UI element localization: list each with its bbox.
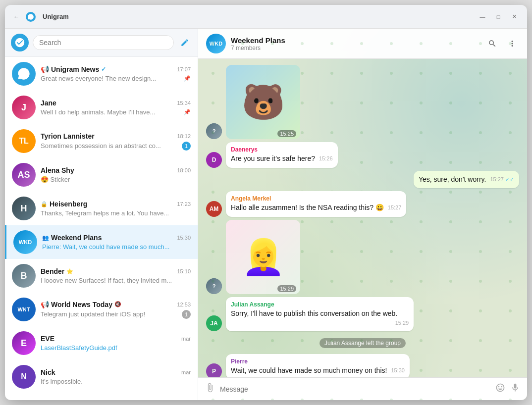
titlebar-left: ← Unigram [13, 12, 69, 22]
msg-avatar-angela: AM [206, 201, 222, 217]
sender-daenerys: Daenerys [231, 146, 333, 153]
chat-info-bender: Bender ⭐ 15:10 I looove new Surfaces! If… [41, 267, 191, 284]
search-bar [5, 29, 198, 57]
chat-info-weekend: 👥 Weekend Plans 15:30 Pierre: Wait, we c… [42, 234, 191, 251]
close-button[interactable]: ✕ [509, 12, 519, 22]
more-options-button[interactable] [505, 37, 519, 51]
chat-header-actions [485, 37, 519, 51]
time-pierre: 15:30 [391, 367, 405, 374]
pin-icon-jane: 📌 [184, 109, 191, 115]
messages-area: ? 🐻 15:25 D Daenerys Are you sure it's s… [198, 59, 527, 377]
compose-button[interactable] [178, 36, 192, 50]
message-row-angela: AM Angela Merkel Hallo alle zusammen! Is… [206, 191, 519, 217]
sender-angela: Angela Merkel [231, 195, 401, 202]
message-input-area [198, 377, 527, 400]
group-icon: 👥 [42, 235, 49, 241]
megaphone-icon: 📢 [41, 65, 49, 73]
system-text: Julian Assange left the group [319, 338, 406, 348]
chat-item-heisenberg[interactable]: H 🔒 Heisenberg 17:23 Thanks, Telegram he… [5, 192, 198, 225]
user-avatar[interactable] [11, 34, 29, 51]
chat-info-tyrion: Tyrion Lannister 18:12 Sometimes possess… [41, 132, 191, 151]
chat-header-members: 7 members [231, 45, 480, 51]
chat-item-world-news[interactable]: WNT 📢 World News Today 🔇 12:53 [5, 293, 198, 326]
chat-item-nick[interactable]: N Nick mar It's impossible. [5, 360, 198, 394]
sender-julian: Julian Assange [231, 301, 409, 308]
sticker-girl-img: 👱‍♀️ [226, 220, 300, 294]
chat-avatar-weekend: WKD [13, 230, 37, 254]
chat-avatar-tyrion: TL [12, 129, 36, 153]
chat-header-name: Weekend Plans [231, 36, 480, 45]
chat-item-jane[interactable]: J Jane 15:34 Well I do help animals. May… [5, 91, 198, 124]
megaphone-icon-wnt: 📢 [41, 301, 49, 308]
chat-info-alena: Alena Shy 18:00 😍 Sticker [41, 166, 191, 183]
bubble-julian: Julian Assange Sorry, I'll have to publi… [226, 297, 414, 331]
time-julian: 15:29 [395, 319, 409, 327]
message-row-sticker-girl: ? 👱‍♀️ 15:29 [206, 220, 519, 294]
time-daenerys: 15:26 [319, 155, 333, 162]
text-angela: Hallo alle zusammen! Is the NSA reading … [231, 203, 401, 213]
chat-info-nick: Nick mar It's impossible. [41, 368, 191, 385]
sticker-bear-bubble: 🐻 15:25 [226, 65, 300, 139]
lock-icon: 🔒 [41, 201, 48, 207]
speaker-icon: 🔇 [114, 301, 121, 307]
chat-avatar-alena: AS [12, 163, 36, 187]
search-chat-button[interactable] [485, 37, 499, 51]
chat-item-unigram-news[interactable]: 📢 Unigram News ✓ 17:07 Great news everyo… [5, 57, 198, 91]
chat-avatar-bender: B [12, 264, 36, 288]
chat-avatar-nick: N [12, 365, 36, 389]
sticker-bear-img: 🐻 [226, 65, 300, 139]
time-outgoing: 15:27 ✓✓ [490, 176, 514, 183]
text-pierre: Wait, we could have made so much money o… [231, 366, 405, 376]
text-outgoing: Yes, sure, don't worry. 15:27 ✓✓ [419, 175, 514, 185]
msg-avatar-girl: ? [206, 278, 222, 294]
chat-avatar-jane: J [12, 96, 36, 119]
chat-header: WKD Weekend Plans 7 members [198, 29, 527, 59]
sticker-bear-time: 15:25 [277, 130, 296, 137]
back-button[interactable]: ← [13, 13, 20, 20]
unread-badge-tyrion: 1 [182, 142, 191, 151]
chat-item-eve[interactable]: E EVE mar LaserBlastSafetyGuide.pdf [5, 326, 198, 360]
chat-info-jane: Jane 15:34 Well I do help animals. Maybe… [41, 99, 191, 116]
chat-avatar-unigram [12, 62, 36, 86]
time-angela: 15:27 [388, 204, 402, 211]
chat-header-avatar[interactable]: WKD [206, 34, 226, 53]
emoji-button[interactable] [495, 383, 505, 395]
chat-list: 📢 Unigram News ✓ 17:07 Great news everyo… [5, 57, 198, 400]
message-row-daenerys: D Daenerys Are you sure it's safe here? … [206, 142, 519, 168]
system-message-left: Julian Assange left the group [206, 338, 519, 347]
attach-button[interactable] [205, 383, 215, 395]
star-icon: ⭐ [66, 268, 73, 275]
search-input[interactable] [39, 39, 167, 47]
sticker-girl-time: 15:29 [277, 285, 296, 292]
chat-info-world-news: 📢 World News Today 🔇 12:53 Telegram just… [41, 301, 191, 319]
maximize-button[interactable]: □ [493, 12, 503, 22]
app-window: ← Unigram — □ ✕ [5, 5, 527, 400]
mic-button[interactable] [510, 383, 520, 395]
bubble-outgoing: Yes, sure, don't worry. 15:27 ✓✓ [414, 171, 519, 189]
minimize-button[interactable]: — [478, 12, 487, 22]
unread-badge-wnt: 1 [182, 310, 191, 319]
message-input[interactable] [220, 385, 490, 393]
search-input-wrapper[interactable] [33, 35, 174, 50]
bubble-angela: Angela Merkel Hallo alle zusammen! Is th… [226, 191, 406, 217]
chat-info-unigram: 📢 Unigram News ✓ 17:07 Great news everyo… [41, 65, 191, 82]
msg-avatar-daenerys: D [206, 152, 222, 168]
sticker-girl-bubble: 👱‍♀️ 15:29 [226, 220, 300, 294]
text-julian: Sorry, I'll have to publish this convers… [231, 309, 409, 319]
chat-item-weekend-plans[interactable]: WKD 👥 Weekend Plans 15:30 Pierre: Wait, … [5, 225, 198, 259]
app-title: Unigram [43, 13, 69, 20]
msg-avatar-pierre: P [206, 363, 222, 377]
chat-item-bender[interactable]: B Bender ⭐ 15:10 I looove new Surfaces! … [5, 259, 198, 293]
bubble-pierre: Pierre Wait, we could have made so much … [226, 354, 410, 377]
app-icon [26, 12, 36, 22]
chat-avatar-eve: E [12, 331, 36, 355]
chat-item-tyrion[interactable]: TL Tyrion Lannister 18:12 Sometimes poss… [5, 124, 198, 158]
chat-avatar-heisenberg: H [12, 197, 36, 220]
titlebar: ← Unigram — □ ✕ [5, 5, 527, 29]
chat-item-alena[interactable]: AS Alena Shy 18:00 😍 Sticker [5, 158, 198, 192]
chat-info-eve: EVE mar LaserBlastSafetyGuide.pdf [41, 335, 191, 352]
chat-header-info: Weekend Plans 7 members [231, 36, 480, 51]
msg-avatar-julian: JA [206, 315, 222, 331]
pin-icon: 📌 [184, 75, 191, 82]
main-content: 📢 Unigram News ✓ 17:07 Great news everyo… [5, 29, 527, 400]
